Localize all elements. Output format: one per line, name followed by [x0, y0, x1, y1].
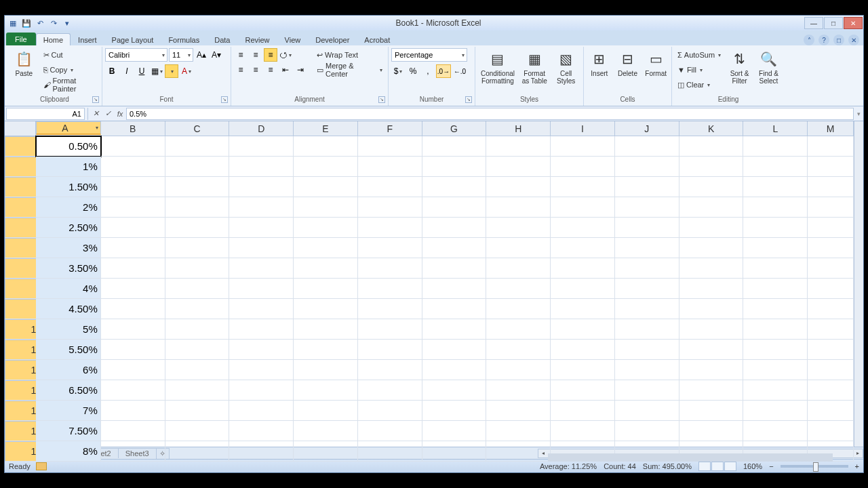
close-workbook-icon[interactable]: ✕ — [848, 35, 859, 45]
cell-K8[interactable] — [679, 279, 744, 299]
cell-J12[interactable] — [615, 360, 679, 380]
minimize-ribbon-icon[interactable]: ˄ — [804, 35, 814, 45]
cell-F13[interactable] — [358, 380, 422, 401]
cell-F5[interactable] — [358, 218, 422, 238]
spreadsheet-grid[interactable]: ABCDEFGHIJKLM 12345678910111213141516 0.… — [5, 121, 863, 447]
minimize-button[interactable]: — — [804, 17, 823, 29]
underline-button[interactable]: U — [135, 64, 149, 78]
cell-M9[interactable] — [808, 299, 854, 319]
cell-A16[interactable]: 8% — [36, 441, 101, 462]
autosum-button[interactable]: ΣAutoSum — [675, 48, 724, 62]
cell-F2[interactable] — [358, 157, 422, 177]
cell-K9[interactable] — [679, 299, 744, 319]
cell-B13[interactable] — [101, 380, 165, 401]
format-painter-button[interactable]: 🖌Format Painter — [41, 78, 99, 92]
cell-B7[interactable] — [101, 258, 165, 279]
dialog-launcher[interactable]: ↘ — [92, 96, 99, 103]
cell-M3[interactable] — [808, 177, 854, 197]
save-icon[interactable]: 💾 — [21, 18, 32, 28]
cell-E6[interactable] — [294, 238, 358, 258]
shrink-font-button[interactable]: A▾ — [210, 48, 223, 62]
cell-D9[interactable] — [229, 299, 294, 319]
cell-L8[interactable] — [743, 279, 808, 299]
column-header-D[interactable]: D — [229, 121, 294, 136]
cell-I1[interactable] — [551, 136, 615, 157]
cell-G12[interactable] — [422, 360, 487, 380]
cell-B8[interactable] — [101, 279, 165, 299]
format-cells-button[interactable]: ▭Format — [643, 48, 669, 79]
cut-button[interactable]: ✂Cut — [41, 48, 99, 62]
cell-L13[interactable] — [743, 380, 808, 401]
cell-F7[interactable] — [358, 258, 422, 279]
tab-data[interactable]: Data — [207, 33, 237, 45]
column-header-J[interactable]: J — [615, 121, 679, 136]
cell-H16[interactable] — [486, 441, 551, 462]
cell-M4[interactable] — [808, 197, 854, 218]
cell-D14[interactable] — [229, 401, 294, 421]
cell-B9[interactable] — [101, 299, 165, 319]
cell-A7[interactable]: 3.50% — [36, 258, 101, 279]
cell-A3[interactable]: 1.50% — [36, 177, 101, 197]
cell-B4[interactable] — [101, 197, 165, 218]
cell-M5[interactable] — [808, 218, 854, 238]
cell-K1[interactable] — [679, 136, 744, 157]
cell-K13[interactable] — [679, 380, 744, 401]
vertical-scrollbar[interactable] — [854, 121, 863, 447]
expand-formula-bar[interactable]: ▾ — [854, 110, 863, 117]
orientation-button[interactable]: ⭯ — [279, 48, 292, 62]
cell-C12[interactable] — [165, 360, 230, 380]
cell-C7[interactable] — [165, 258, 230, 279]
cell-K7[interactable] — [679, 258, 744, 279]
cell-C11[interactable] — [165, 340, 230, 360]
cell-C14[interactable] — [165, 401, 230, 421]
tab-home[interactable]: Home — [36, 33, 71, 45]
cell-M8[interactable] — [808, 279, 854, 299]
zoom-level[interactable]: 160% — [743, 462, 762, 470]
cell-H15[interactable] — [486, 421, 551, 441]
cell-A11[interactable]: 5.50% — [36, 340, 101, 360]
cell-F12[interactable] — [358, 360, 422, 380]
formula-input[interactable]: 0.5% — [126, 108, 854, 120]
conditional-formatting-button[interactable]: ▤Conditional Formatting — [478, 48, 517, 86]
font-name-select[interactable]: Calibri — [105, 48, 167, 62]
italic-button[interactable]: I — [120, 64, 134, 78]
cell-J7[interactable] — [615, 258, 679, 279]
cell-L5[interactable] — [743, 218, 808, 238]
grow-font-button[interactable]: A▴ — [195, 48, 208, 62]
cells-area[interactable]: 0.50%1%1.50%2%2.50%3%3.50%4%4.50%5%5.50%… — [36, 136, 854, 447]
cell-A5[interactable]: 2.50% — [36, 218, 101, 238]
border-button[interactable]: ▦ — [150, 64, 163, 78]
column-headers[interactable]: ABCDEFGHIJKLM — [36, 121, 854, 136]
cell-B10[interactable] — [101, 319, 165, 340]
cell-F3[interactable] — [358, 177, 422, 197]
redo-icon[interactable]: ↷ — [48, 18, 59, 28]
tab-page-layout[interactable]: Page Layout — [104, 33, 161, 45]
tab-view[interactable]: View — [277, 33, 309, 45]
cell-D1[interactable] — [229, 136, 294, 157]
cell-E7[interactable] — [294, 258, 358, 279]
zoom-out-button[interactable]: − — [769, 462, 773, 470]
cell-M7[interactable] — [808, 258, 854, 279]
cell-L15[interactable] — [743, 421, 808, 441]
column-header-E[interactable]: E — [294, 121, 358, 136]
fx-icon[interactable]: fx — [114, 110, 126, 118]
cell-H11[interactable] — [486, 340, 551, 360]
cell-J4[interactable] — [615, 197, 679, 218]
zoom-slider[interactable] — [781, 465, 848, 468]
cell-A15[interactable]: 7.50% — [36, 421, 101, 441]
clear-button[interactable]: ◫Clear — [675, 78, 724, 92]
cell-J14[interactable] — [615, 401, 679, 421]
cell-D13[interactable] — [229, 380, 294, 401]
cell-D7[interactable] — [229, 258, 294, 279]
cell-M12[interactable] — [808, 360, 854, 380]
cell-H12[interactable] — [486, 360, 551, 380]
align-left-button[interactable]: ≡ — [234, 63, 248, 77]
tab-formulas[interactable]: Formulas — [161, 33, 207, 45]
increase-decimal-button[interactable]: .0→ — [436, 64, 451, 78]
paste-button[interactable]: 📋 Paste — [10, 48, 38, 79]
cell-E5[interactable] — [294, 218, 358, 238]
cell-D12[interactable] — [229, 360, 294, 380]
cell-C10[interactable] — [165, 319, 230, 340]
cell-C4[interactable] — [165, 197, 230, 218]
cell-C8[interactable] — [165, 279, 230, 299]
